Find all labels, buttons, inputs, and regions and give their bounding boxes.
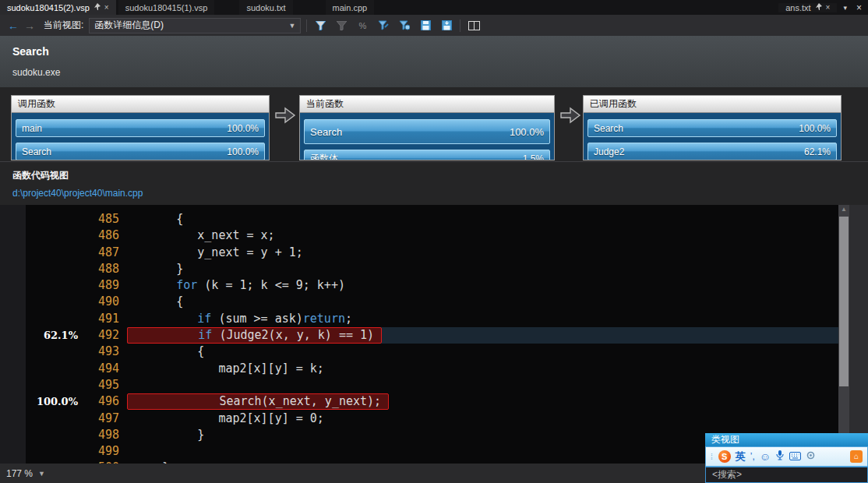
ime-toolbox-icon[interactable]: ⌂	[850, 450, 863, 463]
ime-punctuation-toggle[interactable]: ’,	[750, 451, 755, 462]
tab-main-cpp[interactable]: main.cpp	[326, 0, 375, 15]
ime-logo-icon[interactable]: S	[718, 450, 731, 463]
code-line[interactable]: 490 {	[0, 294, 838, 310]
class-view-title-bar[interactable]: 类视图	[705, 433, 868, 446]
show-percentages-icon[interactable]: %	[355, 18, 370, 33]
code-line[interactable]: 495	[0, 377, 838, 393]
code-line[interactable]: 493 {	[0, 344, 838, 360]
call-relationship-panels: 调用函数 main 100.0% Search 100.0% 当前函数 Sear…	[0, 87, 868, 161]
code-line[interactable]: 489 for (k = 1; k <= 9; k++)	[0, 277, 838, 294]
microphone-icon[interactable]	[775, 450, 785, 464]
close-icon[interactable]: ×	[826, 4, 831, 12]
flow-arrow-icon	[274, 106, 296, 128]
line-number: 495	[84, 377, 127, 393]
code-line[interactable]: 100.0%496 Search(x_next, y_next);	[0, 393, 838, 410]
code-line[interactable]: 487 y_next = y + 1;	[0, 245, 838, 261]
emoji-icon[interactable]: ☺	[760, 450, 771, 463]
zoom-level[interactable]: 177 %	[6, 468, 33, 479]
tab-sudoku180415-2-vsp[interactable]: sudoku180415(2).vsp ×	[0, 0, 116, 15]
function-bar-search[interactable]: Search 100.0%	[16, 143, 265, 160]
settings-gear-icon[interactable]	[806, 450, 816, 464]
function-bar-function-body[interactable]: 函数体 1.5%	[304, 150, 550, 160]
code-line[interactable]: 486 x_next = x;	[0, 227, 838, 244]
panel-title: 调用函数	[18, 97, 55, 111]
hot-path-highlight-box: if (Judge2(x, y, k) == 1)	[127, 327, 382, 344]
tab-overflow-chevron-icon[interactable]: ▾	[843, 4, 847, 12]
layout-columns-icon[interactable]	[466, 18, 482, 33]
navigate-forward-icon[interactable]: →	[24, 20, 35, 31]
code-line[interactable]: 485 {	[0, 211, 838, 227]
panel-body: main 100.0% Search 100.0%	[12, 113, 269, 160]
search-placeholder: <搜索>	[712, 469, 742, 480]
code-text: map2[x][y] = 0;	[127, 411, 838, 427]
code-line[interactable]: 491 if (sum >= ask)return;	[0, 311, 838, 327]
save-report-icon[interactable]	[418, 18, 433, 33]
profile-percent-annotation	[0, 277, 84, 294]
function-bar-label: Search	[594, 123, 623, 134]
code-line[interactable]: 62.1%492 if (Judge2(x, y, k) == 1)	[0, 327, 838, 344]
function-summary-header: Search sudoku.exe	[0, 36, 868, 87]
view-selector-value: 函数详细信息(D)	[94, 19, 164, 32]
line-number: 492	[84, 327, 127, 344]
panel-body: Search 100.0% 函数体 1.5%	[300, 113, 554, 160]
function-bar-percent: 100.0%	[227, 123, 259, 134]
line-number: 490	[84, 294, 127, 310]
ime-language-mode[interactable]: 英	[736, 450, 746, 464]
code-text: x_next = x;	[127, 227, 838, 244]
compare-reports-icon[interactable]	[397, 18, 412, 33]
current-function-panel: 当前函数 Search 100.0% 函数体 1.5%	[299, 95, 555, 160]
panel-header: 已调用函数	[584, 96, 841, 113]
function-bar-judge2[interactable]: Judge2 62.1%	[587, 143, 837, 160]
code-line[interactable]: 488 }	[0, 261, 838, 277]
panel-title: 当前函数	[306, 97, 344, 111]
function-bar-label: Search	[22, 146, 51, 157]
filter-icon[interactable]	[312, 18, 328, 33]
pin-icon[interactable]	[815, 3, 822, 12]
pin-icon[interactable]	[94, 3, 101, 12]
line-number: 494	[84, 361, 127, 377]
function-bar-main[interactable]: main 100.0%	[16, 119, 265, 137]
window-close-icon[interactable]: ×	[853, 2, 865, 13]
export-report-icon[interactable]	[439, 18, 454, 33]
code-view-title: 函数代码视图	[12, 169, 868, 182]
code-text: if (sum >= ask)return;	[127, 311, 838, 327]
keyboard-icon[interactable]	[789, 450, 801, 464]
tab-sudoku180415-1-vsp[interactable]: sudoku180415(1).vsp	[118, 0, 215, 15]
chevron-down-icon: ▼	[288, 22, 295, 30]
class-view-search-box[interactable]: <搜索>	[705, 467, 868, 483]
tab-bar-right: ans.txt × ▾ ×	[778, 0, 868, 15]
tab-label: main.cpp	[333, 3, 368, 12]
panel-header: 当前函数	[300, 96, 554, 113]
navigate-back-icon[interactable]: ←	[8, 20, 19, 31]
scrollbar-thumb[interactable]	[839, 217, 849, 386]
vertical-scrollbar[interactable]: ▲	[838, 205, 849, 464]
function-bar-search[interactable]: Search 100.0%	[587, 119, 837, 137]
function-bar-search[interactable]: Search 100.0%	[304, 119, 550, 144]
ime-drag-handle[interactable]: ⁞	[711, 453, 714, 461]
function-bar-percent: 1.5%	[523, 153, 544, 161]
noise-reduction-icon[interactable]	[376, 18, 391, 33]
code-line[interactable]: 494 map2[x][y] = k;	[0, 361, 838, 377]
view-selector-dropdown[interactable]: 函数详细信息(D) ▼	[89, 18, 301, 33]
profile-percent-annotation	[0, 294, 84, 310]
profile-percent-annotation	[0, 411, 84, 427]
function-bar-percent: 100.0%	[799, 123, 831, 134]
ime-toolbar: ⁞ S 英 ’, ☺ ⌂	[705, 446, 868, 467]
close-icon[interactable]: ×	[104, 4, 109, 12]
code-line[interactable]: 497 map2[x][y] = 0;	[0, 411, 838, 427]
code-text: map2[x][y] = k;	[127, 361, 838, 377]
scrollbar-up-arrow-icon[interactable]: ▲	[838, 206, 849, 213]
line-number: 489	[84, 277, 127, 294]
profile-percent-annotation	[0, 211, 84, 227]
line-number: 488	[84, 261, 127, 277]
class-view-title: 类视图	[711, 434, 739, 445]
tab-sudoku-txt[interactable]: sudoku.txt	[239, 0, 292, 15]
clear-filter-icon[interactable]	[333, 18, 349, 33]
tab-ans-txt[interactable]: ans.txt ×	[778, 3, 837, 12]
function-bar-percent: 100.0%	[510, 126, 544, 138]
zoom-chevron-icon[interactable]: ▼	[38, 470, 45, 478]
source-file-link[interactable]: d:\project40\project40\main.cpp	[12, 188, 868, 199]
profile-percent-annotation	[0, 427, 84, 443]
line-number: 485	[84, 211, 127, 227]
code-text: {	[127, 344, 838, 360]
